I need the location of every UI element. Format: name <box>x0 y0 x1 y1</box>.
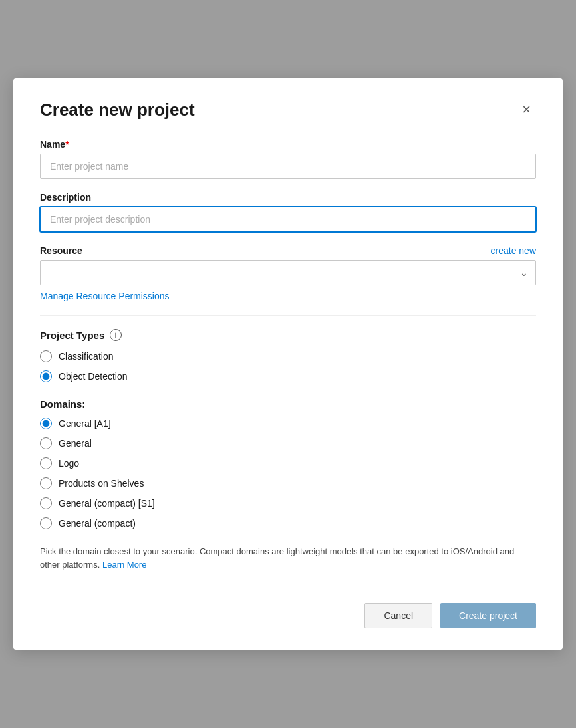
radio-item-products-on-shelves[interactable]: Products on Shelves <box>40 477 536 489</box>
radio-item-general-compact-s1[interactable]: General (compact) [S1] <box>40 497 536 509</box>
resource-field-group: Resource create new ⌄ Manage Resource Pe… <box>40 245 536 302</box>
radio-products-on-shelves-label: Products on Shelves <box>59 478 144 489</box>
project-name-input[interactable] <box>40 154 536 179</box>
radio-general-compact-s1[interactable] <box>40 497 52 509</box>
radio-classification-label: Classification <box>59 351 113 362</box>
resource-header: Resource create new <box>40 245 536 256</box>
create-new-link[interactable]: create new <box>491 245 536 256</box>
project-types-title: Project Types i <box>40 329 536 341</box>
resource-select-wrapper: ⌄ <box>40 260 536 285</box>
project-types-radio-group: Classification Object Detection <box>40 350 536 382</box>
name-field-group: Name* <box>40 139 536 179</box>
dialog-title: Create new project <box>40 100 195 120</box>
dialog-footer: Cancel Create project <box>40 592 536 628</box>
dialog-overlay: Create new project × Name* Description R… <box>0 0 576 728</box>
radio-products-on-shelves[interactable] <box>40 477 52 489</box>
radio-classification[interactable] <box>40 350 52 362</box>
domains-radio-group: General [A1] General Logo Products on Sh… <box>40 418 536 529</box>
radio-item-object-detection[interactable]: Object Detection <box>40 370 536 382</box>
description-field-group: Description <box>40 192 536 232</box>
create-project-button[interactable]: Create project <box>440 603 536 628</box>
divider <box>40 315 536 316</box>
radio-general-a1[interactable] <box>40 418 52 429</box>
radio-item-logo[interactable]: Logo <box>40 457 536 469</box>
required-star: * <box>65 139 69 150</box>
radio-logo[interactable] <box>40 457 52 469</box>
project-types-section: Project Types i Classification Object De… <box>40 329 536 382</box>
radio-general-compact[interactable] <box>40 517 52 529</box>
radio-general-compact-s1-label: General (compact) [S1] <box>59 498 155 509</box>
cancel-button[interactable]: Cancel <box>364 603 432 628</box>
close-button[interactable]: × <box>517 100 536 120</box>
domains-title: Domains: <box>40 398 536 410</box>
dialog-header: Create new project × <box>40 100 536 120</box>
info-icon: i <box>110 329 122 341</box>
radio-general[interactable] <box>40 437 52 449</box>
name-label: Name* <box>40 139 536 150</box>
radio-item-classification[interactable]: Classification <box>40 350 536 362</box>
radio-object-detection-label: Object Detection <box>59 371 128 382</box>
hint-text: Pick the domain closest to your scenario… <box>40 545 536 571</box>
description-input[interactable] <box>40 207 536 232</box>
radio-general-label: General <box>59 438 92 449</box>
radio-item-general-a1[interactable]: General [A1] <box>40 418 536 429</box>
radio-object-detection[interactable] <box>40 370 52 382</box>
radio-general-compact-label: General (compact) <box>59 518 136 529</box>
manage-resource-permissions-link[interactable]: Manage Resource Permissions <box>40 291 170 301</box>
radio-logo-label: Logo <box>59 458 79 469</box>
learn-more-link[interactable]: Learn More <box>102 560 146 570</box>
resource-select[interactable] <box>40 260 536 285</box>
radio-general-a1-label: General [A1] <box>59 418 111 429</box>
radio-item-general-compact[interactable]: General (compact) <box>40 517 536 529</box>
domains-section: Domains: General [A1] General Logo Produ… <box>40 398 536 529</box>
resource-label: Resource <box>40 245 82 256</box>
description-label: Description <box>40 192 536 203</box>
radio-item-general[interactable]: General <box>40 437 536 449</box>
dialog: Create new project × Name* Description R… <box>13 78 563 650</box>
